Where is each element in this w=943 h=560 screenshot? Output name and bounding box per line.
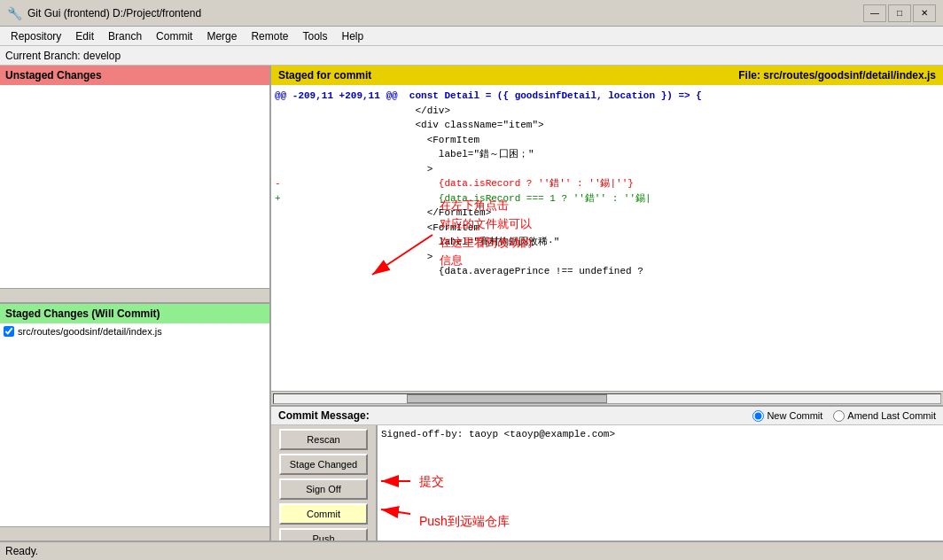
app-icon: 🔧 xyxy=(7,6,22,20)
unstaged-hscrollbar[interactable] xyxy=(0,288,269,302)
staged-list[interactable]: src/routes/goodsinf/detail/index.js xyxy=(0,323,269,526)
current-branch-text: Current Branch: develop xyxy=(5,50,121,62)
titlebar: 🔧 Git Gui (frontend) D:/Project/frontend… xyxy=(0,0,943,27)
right-panel: Staged for commit File: src/routes/goods… xyxy=(271,66,943,541)
left-panel: Unstaged Changes Staged Changes (Will Co… xyxy=(0,66,271,541)
new-commit-label: New Commit xyxy=(767,410,822,421)
menu-commit[interactable]: Commit xyxy=(149,28,199,44)
commit-button[interactable]: Commit xyxy=(279,503,368,525)
rescan-button[interactable]: Rescan xyxy=(279,429,368,450)
menu-branch[interactable]: Branch xyxy=(101,28,149,44)
menu-help[interactable]: Help xyxy=(334,28,370,44)
sign-off-button[interactable]: Sign Off xyxy=(279,478,368,500)
scrollbar-thumb xyxy=(407,394,607,403)
staged-item-checkbox[interactable] xyxy=(4,326,14,337)
menu-repository[interactable]: Repository xyxy=(4,28,68,44)
statusbar: Ready. xyxy=(0,541,943,560)
staged-item-path: src/routes/goodsinf/detail/index.js xyxy=(18,326,162,337)
diff-header-left: Staged for commit xyxy=(278,69,371,82)
diff-header: Staged for commit File: src/routes/goods… xyxy=(271,66,943,85)
diff-header-right: File: src/routes/goodsinf/detail/index.j… xyxy=(738,69,936,82)
titlebar-controls: — □ ✕ xyxy=(863,4,936,22)
diff-line: </FormItem> xyxy=(275,206,939,221)
diff-line: > xyxy=(275,162,939,177)
commit-annotation: 提交 xyxy=(412,470,451,494)
diff-line: label="賽村钩錮圆敫稀·" xyxy=(275,235,939,250)
minimize-button[interactable]: — xyxy=(863,4,886,22)
diff-content[interactable]: @@ -209,11 +209,11 @@ const Detail = ({ … xyxy=(271,85,943,391)
menu-tools[interactable]: Tools xyxy=(295,28,334,44)
menu-merge[interactable]: Merge xyxy=(199,28,244,44)
maximize-button[interactable]: □ xyxy=(888,4,911,22)
amend-commit-radio[interactable] xyxy=(833,410,845,422)
commit-area: Commit Message: New Commit Amend Last Co… xyxy=(271,405,943,541)
staged-hscrollbar[interactable] xyxy=(0,526,269,541)
diff-line: + {data.isRecord === 1 ? ''錯'' : ''錫| xyxy=(275,191,939,206)
status-text: Ready. xyxy=(5,545,38,557)
push-button[interactable]: Push xyxy=(279,528,368,541)
unstaged-header: Unstaged Changes xyxy=(0,66,269,85)
diff-line: <FormItem xyxy=(275,221,939,236)
close-button[interactable]: ✕ xyxy=(913,4,936,22)
commit-message-label: Commit Message: xyxy=(278,409,370,422)
staged-section: Staged Changes (Will Commit) src/routes/… xyxy=(0,304,269,541)
diff-line: <FormItem xyxy=(275,133,939,148)
new-commit-radio[interactable] xyxy=(752,410,764,422)
menu-remote[interactable]: Remote xyxy=(244,28,295,44)
staged-item[interactable]: src/routes/goodsinf/detail/index.js xyxy=(4,325,266,338)
window-title: Git Gui (frontend) D:/Project/frontend xyxy=(27,7,201,19)
commit-message-text: Signed-off-by: taoyp <taoyp@example.com> xyxy=(381,429,939,439)
branch-bar: Current Branch: develop xyxy=(0,46,943,66)
commit-lower: Rescan Stage Changed Sign Off Commit Pus… xyxy=(271,425,943,541)
amend-commit-option[interactable]: Amend Last Commit xyxy=(833,410,936,422)
diff-hscrollbar[interactable] xyxy=(271,391,943,405)
stage-changed-button[interactable]: Stage Changed xyxy=(279,454,368,475)
left-annotation: 在左下角点击对应的文件就可以在这里看到改动的信息 xyxy=(433,193,539,274)
unstaged-section: Unstaged Changes xyxy=(0,66,269,304)
titlebar-left: 🔧 Git Gui (frontend) D:/Project/frontend xyxy=(7,6,201,20)
commit-buttons: Rescan Stage Changed Sign Off Commit Pus… xyxy=(271,425,378,541)
new-commit-option[interactable]: New Commit xyxy=(752,410,822,422)
diff-line: <div className="item"> xyxy=(275,118,939,133)
main-content: Unstaged Changes Staged Changes (Will Co… xyxy=(0,66,943,541)
menu-edit[interactable]: Edit xyxy=(68,28,101,44)
diff-line: {data.averagePrince !== undefined ? xyxy=(275,264,939,279)
diff-line: label="錯～囗困；" xyxy=(275,147,939,162)
menubar: Repository Edit Branch Commit Merge Remo… xyxy=(0,27,943,46)
diff-line: - {data.isRecord ? ''錯'' : ''錫|''} xyxy=(275,176,939,191)
scrollbar-track xyxy=(273,393,941,404)
staged-header: Staged Changes (Will Commit) xyxy=(0,304,269,323)
diff-line: @@ -209,11 +209,11 @@ const Detail = ({ … xyxy=(275,89,939,104)
commit-message-bar: Commit Message: New Commit Amend Last Co… xyxy=(271,407,943,425)
push-annotation: Push到远端仓库 xyxy=(412,509,517,534)
amend-commit-label: Amend Last Commit xyxy=(847,410,936,421)
diff-line: </div> xyxy=(275,104,939,119)
diff-line: > xyxy=(275,250,939,265)
unstaged-list[interactable] xyxy=(0,85,269,288)
commit-radio-group: New Commit Amend Last Commit xyxy=(752,410,936,422)
app-window: 🔧 Git Gui (frontend) D:/Project/frontend… xyxy=(0,0,943,560)
